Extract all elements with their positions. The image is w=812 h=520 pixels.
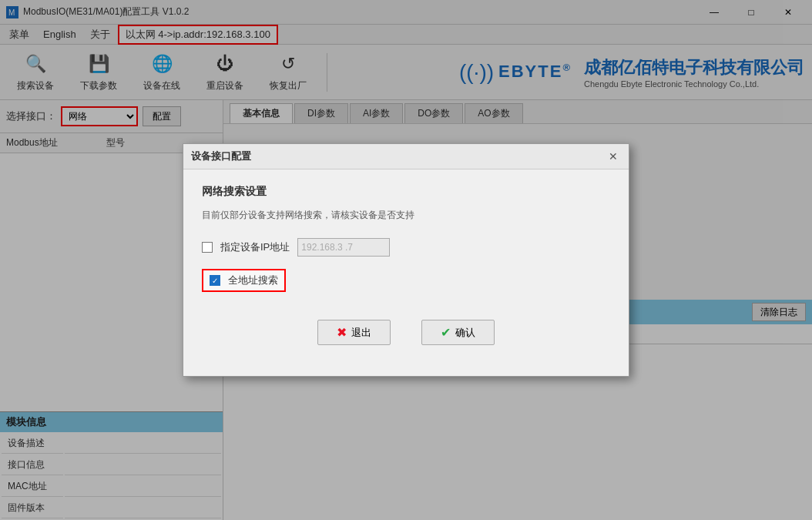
specify-ip-label: 指定设备IP地址	[220, 240, 290, 254]
modal-dialog: 设备接口配置 ✕ 网络搜索设置 目前仅部分设备支持网络搜索，请核实设备是否支持 …	[183, 143, 629, 377]
cancel-button[interactable]: ✖ 退出	[317, 320, 391, 345]
full-search-label: 全地址搜索	[228, 273, 278, 287]
confirm-label: 确认	[455, 326, 475, 340]
modal-title: 设备接口配置	[191, 149, 251, 163]
modal-titlebar: 设备接口配置 ✕	[183, 144, 629, 169]
specify-ip-row: 指定设备IP地址	[202, 238, 610, 257]
full-search-checkbox[interactable]: ✓	[210, 275, 220, 286]
modal-footer: ✖ 退出 ✔ 确认	[202, 307, 610, 361]
full-search-row: ✓ 全地址搜索	[202, 269, 286, 292]
confirm-button[interactable]: ✔ 确认	[421, 320, 495, 345]
modal-description: 目前仅部分设备支持网络搜索，请核实设备是否支持	[202, 208, 610, 223]
modal-overlay: 设备接口配置 ✕ 网络搜索设置 目前仅部分设备支持网络搜索，请核实设备是否支持 …	[0, 0, 812, 520]
confirm-icon: ✔	[441, 325, 451, 340]
modal-close-button[interactable]: ✕	[606, 149, 621, 164]
specify-ip-checkbox[interactable]	[202, 242, 213, 253]
cancel-label: 退出	[351, 326, 371, 340]
modal-content: 网络搜索设置 目前仅部分设备支持网络搜索，请核实设备是否支持 指定设备IP地址 …	[183, 169, 629, 376]
cancel-icon: ✖	[337, 325, 347, 340]
specify-ip-input[interactable]	[297, 238, 390, 257]
modal-section-title: 网络搜索设置	[202, 185, 610, 199]
